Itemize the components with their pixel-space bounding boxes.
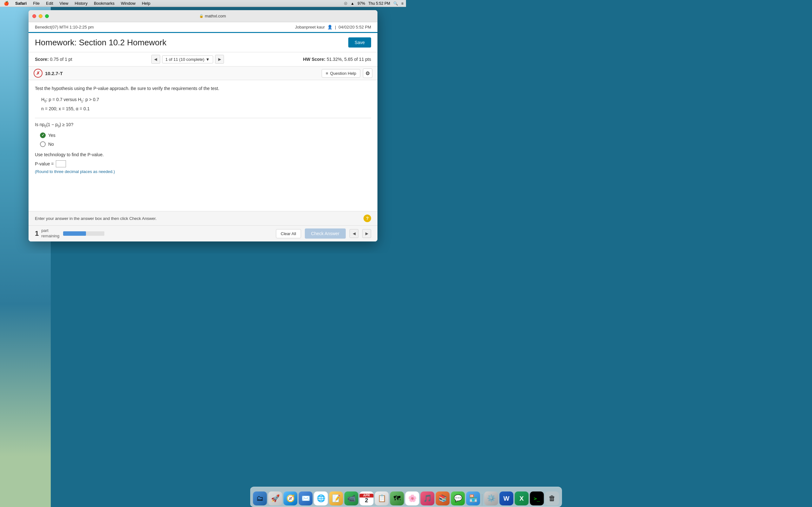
bluetooth-icon: ⦾ [344, 1, 347, 6]
menubar: 🍎 Safari File Edit View History Bookmark… [0, 0, 406, 7]
minimize-button[interactable] [39, 14, 43, 18]
bookmarks-menu[interactable]: Bookmarks [93, 1, 116, 6]
yes-radio[interactable] [40, 132, 46, 138]
sub-question-text: Is np0(1 − p0) ≥ 10? [35, 122, 371, 128]
navigation-controls: ◀ 1 of 11 (10 complete) ▼ ▶ [151, 55, 224, 64]
yes-label: Yes [48, 133, 55, 138]
bottom-instruction-bar: Enter your answer in the answer box and … [29, 211, 377, 225]
history-menu[interactable]: History [73, 1, 89, 6]
homework-title-bar: Homework: Section 10.2 Homework Save [29, 33, 377, 52]
progress-bar-fill [63, 231, 86, 236]
score-value: 0.75 of 1 pt [50, 57, 72, 62]
url-bar[interactable]: 🔒 mathxl.com [51, 14, 374, 18]
part-number: 1 [35, 229, 39, 238]
part-remaining: 1 part remaining [35, 228, 59, 239]
question-id: 10.2.7-T [45, 71, 63, 76]
url-text: mathxl.com [205, 14, 226, 18]
search-icon[interactable]: 🔍 [393, 1, 398, 6]
dropdown-arrow-icon: ▼ [206, 57, 210, 62]
hypothesis-line2: n = 200; x = 155, α = 0.1 [41, 105, 371, 113]
answer-instruction: Enter your answer in the answer box and … [35, 216, 360, 221]
settings-button[interactable]: ⚙ [363, 68, 372, 78]
hw-score-label: HW Score: [303, 57, 325, 62]
homework-title: Homework: Section 10.2 Homework [35, 38, 166, 48]
score-display: Score: 0.75 of 1 pt [35, 57, 72, 62]
window-menu[interactable]: Window [119, 1, 137, 6]
safari-menu[interactable]: Safari [14, 1, 28, 6]
battery-indicator: 97% [357, 1, 365, 6]
lock-icon: 🔒 [199, 14, 204, 18]
menu-icon[interactable]: ≡ [401, 1, 403, 6]
edit-menu[interactable]: Edit [45, 1, 54, 6]
previous-question-button[interactable]: ◀ [151, 55, 160, 64]
no-label: No [48, 142, 54, 147]
view-menu[interactable]: View [58, 1, 70, 6]
help-menu[interactable]: Help [141, 1, 152, 6]
remaining-label: remaining [41, 233, 59, 239]
yes-no-radio-group: Yes No [40, 132, 371, 147]
hypothesis-line1: H0: p = 0.7 versus H1: p > 0.7 [41, 96, 371, 104]
pvalue-input[interactable] [56, 160, 66, 167]
clock: Thu 5:52 PM [368, 1, 390, 6]
user-info: Jobanpreet kaur 👤 | 04/02/20 5:52 PM [295, 25, 371, 30]
use-technology-text: Use technology to find the P-value. [35, 152, 371, 157]
username: Jobanpreet kaur [295, 25, 325, 30]
score-label: Score: [35, 57, 49, 62]
question-content: Test the hypothesis using the P-value ap… [29, 80, 377, 211]
question-help-button[interactable]: ≡ Question Help [322, 69, 360, 78]
clear-all-button[interactable]: Clear All [276, 229, 301, 238]
next-question-button[interactable]: ▶ [215, 55, 224, 64]
file-menu[interactable]: File [32, 1, 41, 6]
hw-score-value: 51.32%, 5.65 of 11 pts [327, 57, 371, 62]
no-radio[interactable] [40, 141, 46, 147]
progress-bar [63, 231, 104, 236]
score-bar: Score: 0.75 of 1 pt ◀ 1 of 11 (10 comple… [29, 52, 377, 66]
list-icon: ≡ [326, 71, 328, 76]
user-icon: 👤 [327, 25, 333, 30]
save-button[interactable]: Save [348, 38, 371, 48]
yes-option[interactable]: Yes [40, 132, 371, 138]
browser-window: 🔒 mathxl.com Benedict(07) MTH 1:10-2:25 … [29, 10, 377, 241]
pvalue-section: Use technology to find the P-value. P-va… [35, 152, 371, 174]
pvalue-label: P-value = [35, 161, 54, 166]
close-button[interactable] [32, 14, 36, 18]
next-arrow-button[interactable]: ▶ [362, 229, 371, 238]
question-status-badge [34, 69, 43, 78]
part-text: part remaining [41, 228, 59, 239]
question-navigator[interactable]: 1 of 11 (10 complete) ▼ [162, 55, 213, 63]
no-option[interactable]: No [40, 141, 371, 147]
question-id-area: 10.2.7-T [34, 69, 63, 78]
site-header: Benedict(07) MTH 1:10-2:25 pm Jobanpreet… [29, 22, 377, 33]
prev-arrow-button[interactable]: ◀ [350, 229, 358, 238]
maximize-button[interactable] [45, 14, 49, 18]
nav-text: 1 of 11 (10 complete) [165, 57, 205, 62]
wifi-icon: ▲ [351, 1, 354, 6]
course-name: Benedict(07) MTH 1:10-2:25 pm [35, 25, 94, 30]
part-label: part [41, 228, 59, 233]
hypothesis-block: H0: p = 0.7 versus H1: p > 0.7 n = 200; … [41, 96, 371, 113]
round-note: (Round to three decimal places as needed… [35, 169, 371, 174]
question-instruction: Test the hypothesis using the P-value ap… [35, 85, 371, 92]
question-header: 10.2.7-T ≡ Question Help ⚙ [29, 66, 377, 80]
apple-menu[interactable]: 🍎 [3, 1, 10, 6]
check-answer-button[interactable]: Check Answer [305, 228, 346, 239]
help-button[interactable]: ? [363, 215, 371, 222]
title-bar: 🔒 mathxl.com [29, 10, 377, 22]
action-bar: 1 part remaining Clear All Check Answer … [29, 225, 377, 241]
date-display: 04/02/20 5:52 PM [339, 25, 371, 30]
hw-score-display: HW Score: 51.32%, 5.65 of 11 pts [303, 57, 371, 62]
